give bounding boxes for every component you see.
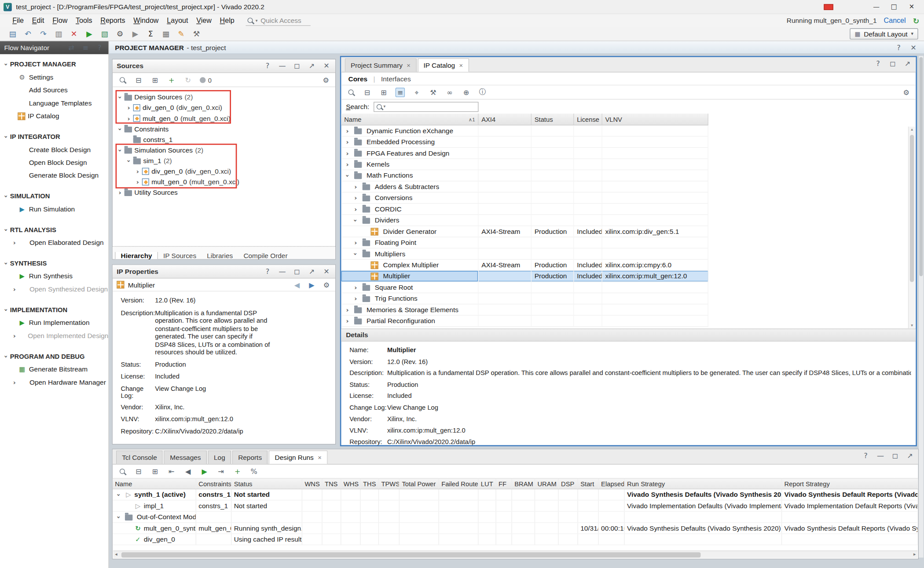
flow-section-header[interactable]: RTL ANALYSIS <box>0 223 108 236</box>
column-header-axi4[interactable]: AXI4 <box>479 113 532 124</box>
flow-section-header[interactable]: SIMULATION <box>0 189 108 202</box>
tab-cores[interactable]: Cores <box>347 75 369 82</box>
edit-icon[interactable]: ✎ <box>174 28 188 40</box>
expander-icon[interactable] <box>125 105 132 111</box>
maximize-icon[interactable]: ↗ <box>905 451 914 460</box>
expander-icon[interactable] <box>352 239 359 246</box>
maximize-icon[interactable]: ↗ <box>307 61 316 70</box>
catalog-row-conversions[interactable]: Conversions <box>341 193 708 204</box>
go-to-start-icon[interactable]: ⇤ <box>167 466 176 476</box>
column-header-name[interactable]: Name∧1 <box>341 113 478 124</box>
tab-ip-sources[interactable]: IP Sources <box>158 252 202 259</box>
catalog-row-kernels[interactable]: Kernels <box>341 159 708 170</box>
column-header-name[interactable]: Name <box>113 479 196 489</box>
float-icon[interactable]: ◻ <box>292 61 301 70</box>
percent-icon[interactable]: % <box>249 466 259 476</box>
minimize-icon[interactable]: — <box>278 267 287 276</box>
column-header-run-strategy[interactable]: Run Strategy <box>625 479 782 489</box>
search-icon[interactable] <box>346 87 355 97</box>
link-production[interactable]: Production <box>387 381 911 389</box>
scroll-up-icon[interactable]: ▴ <box>909 127 915 132</box>
flow-section-header[interactable]: PROJECT MANAGER <box>0 58 108 70</box>
column-header-tpws[interactable]: TPWS <box>379 479 400 489</box>
expand-all-icon[interactable]: ⊞ <box>379 87 388 97</box>
minimize-button[interactable]: — <box>867 3 885 11</box>
flow-item-ip-catalog[interactable]: IP Catalog <box>0 109 108 122</box>
cancel-run-link[interactable]: Cancel <box>884 17 906 25</box>
tools-icon[interactable]: ⚒ <box>190 28 203 40</box>
maximize-button[interactable]: □ <box>885 3 903 11</box>
column-header-dsp[interactable]: DSP <box>559 479 578 489</box>
menu-window[interactable]: Window <box>129 14 163 27</box>
close-icon[interactable]: ✕ <box>909 43 918 52</box>
web-icon[interactable]: ⊕ <box>462 87 471 97</box>
flow-item-add-sources[interactable]: Add Sources <box>0 84 108 96</box>
catalog-row-square-root[interactable]: Square Root <box>341 282 708 293</box>
source-row-mult-gen-0[interactable]: mult_gen_0 (mult_gen_0.xci) <box>113 177 335 187</box>
flow-item-open-synthesized-design[interactable]: Open Synthesized Design <box>0 283 108 295</box>
column-header-ths[interactable]: THS <box>361 479 379 489</box>
expander-icon[interactable] <box>352 295 359 302</box>
help-icon[interactable]: ? <box>894 43 903 52</box>
run-config-icon[interactable]: ▶ <box>128 28 142 40</box>
menu-edit[interactable]: Edit <box>28 14 48 27</box>
search-icon[interactable] <box>117 75 127 84</box>
expander-icon[interactable] <box>344 127 351 134</box>
flow-item-language-templates[interactable]: Language Templates <box>0 97 108 109</box>
catalog-row-fpga-features-and-design[interactable]: FPGA Features and Design <box>341 148 708 159</box>
menu-reports[interactable]: Reports <box>96 14 129 27</box>
info-icon[interactable]: ⓘ <box>478 87 487 97</box>
expander-icon[interactable] <box>344 150 351 157</box>
catalog-row-math-functions[interactable]: Math Functions <box>341 170 708 181</box>
flow-item-open-implemented-design[interactable]: Open Implemented Design <box>0 329 108 342</box>
column-header-uram[interactable]: URAM <box>535 479 559 489</box>
flow-item-generate-bitstream[interactable]: ▦ Generate Bitstream <box>0 363 108 375</box>
tab-project-summary[interactable]: Project Summary × <box>345 58 416 72</box>
flow-item-create-block-design[interactable]: Create Block Design <box>0 143 108 156</box>
scroll-right-icon[interactable]: ▸ <box>913 552 916 557</box>
design-run-row-mult-gen-0-synth-1[interactable]: ↻ mult_gen_0_synth_1 mult_gen_0Running s… <box>113 523 918 534</box>
tab-interfaces[interactable]: Interfaces <box>380 75 412 82</box>
close-icon[interactable]: × <box>459 62 463 69</box>
help-icon[interactable]: ? <box>873 59 883 68</box>
step-forward-icon[interactable]: ⇥ <box>216 466 226 476</box>
menu-file[interactable]: File <box>8 14 28 27</box>
collapse-all-icon[interactable]: ⊟ <box>134 466 143 476</box>
expander-icon[interactable] <box>344 318 351 324</box>
scroll-down-icon[interactable]: ▾ <box>909 323 915 328</box>
help-icon[interactable]: ? <box>861 451 870 460</box>
expander-icon[interactable] <box>134 168 141 175</box>
column-header-vlnv[interactable]: VLNV <box>602 113 708 124</box>
settings-icon[interactable]: ⚙ <box>321 75 330 84</box>
minimize-icon[interactable]: — <box>876 451 885 460</box>
settings-icon[interactable]: ⚙ <box>902 87 911 97</box>
catalog-row-cordic[interactable]: CORDIC <box>341 204 708 215</box>
flow-section-header[interactable]: IMPLEMENTATION <box>0 303 108 316</box>
target-icon[interactable]: ⌖ <box>412 87 421 97</box>
flow-item-run-simulation[interactable]: ▶ Run Simulation <box>0 203 108 215</box>
expander-icon[interactable] <box>116 147 124 153</box>
run-icon[interactable]: ▶ <box>200 466 209 476</box>
expand-all-icon[interactable]: ⊞ <box>150 75 160 84</box>
redo-icon[interactable]: ↷ <box>37 28 50 40</box>
expander-icon[interactable] <box>352 195 359 201</box>
quick-access-search[interactable]: ▾ Quick Access <box>246 15 310 25</box>
design-run-row-div-gen-0[interactable]: ✓ div_gen_0 Using cached IP results <box>113 534 918 545</box>
tab-messages[interactable]: Messages <box>164 451 207 464</box>
tab-hierarchy[interactable]: Hierarchy <box>115 252 158 259</box>
column-header-wns[interactable]: WNS <box>302 479 323 489</box>
expander-icon[interactable] <box>352 217 359 224</box>
tab-log[interactable]: Log <box>208 451 231 464</box>
catalog-search-input[interactable]: ▾ <box>374 102 478 112</box>
swap-icon[interactable]: ⇄ <box>66 43 76 52</box>
workspace-vertical-scrollbar[interactable] <box>919 56 924 557</box>
close-icon[interactable]: × <box>318 454 322 461</box>
scrollbar-thumb[interactable] <box>910 135 914 282</box>
list-icon[interactable]: ≡ <box>81 43 90 52</box>
tab-design-runs[interactable]: Design Runs × <box>269 451 327 464</box>
column-header-lut[interactable]: LUT <box>479 479 496 489</box>
flow-item-run-synthesis[interactable]: ▶ Run Synthesis <box>0 269 108 282</box>
source-row-simulation-sources[interactable]: Simulation Sources (2) <box>113 145 335 155</box>
catalog-row-embedded-processing[interactable]: Embedded Processing <box>341 137 708 148</box>
link-view-change-log[interactable]: View Change Log <box>155 385 274 399</box>
